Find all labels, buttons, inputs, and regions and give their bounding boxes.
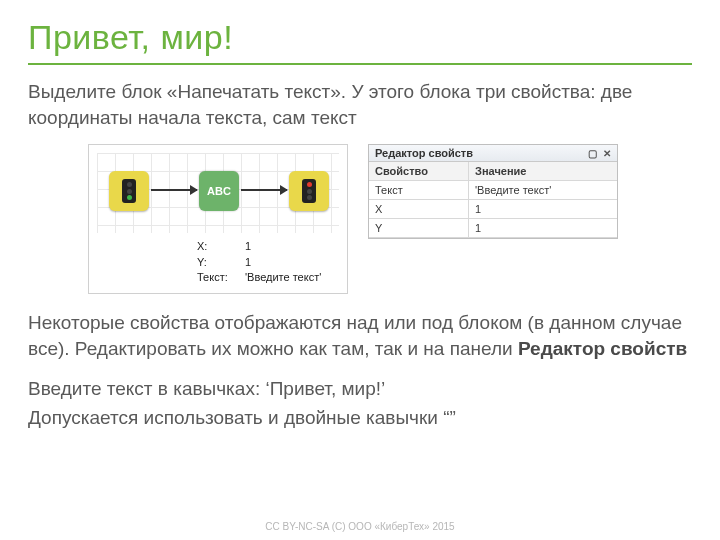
traffic-light-icon	[122, 179, 136, 203]
prop-value: 'Введите текст'	[245, 270, 321, 285]
page-title: Привет, мир!	[28, 18, 692, 65]
cell-key: Y	[369, 219, 469, 237]
arrow-icon	[151, 189, 197, 191]
cell-value[interactable]: 1	[469, 200, 617, 218]
panel-title: Редактор свойств	[375, 147, 473, 159]
table-row[interactable]: Y 1	[369, 219, 617, 238]
cell-key: X	[369, 200, 469, 218]
footer-license: CC BY-NC-SA (C) ООО «КиберТех» 2015	[0, 521, 720, 532]
table-row[interactable]: Текст 'Введите текст'	[369, 181, 617, 200]
prop-value: 1	[245, 255, 251, 270]
end-block[interactable]	[289, 171, 329, 211]
block-inline-props: X:1 Y:1 Текст:'Введите текст'	[97, 239, 339, 285]
close-icon[interactable]: ✕	[603, 148, 611, 159]
body-text-bold: Редактор свойств	[518, 338, 687, 359]
cell-key: Текст	[369, 181, 469, 199]
column-header: Значение	[469, 162, 617, 180]
figures-row: ABC X:1 Y:1 Текст:'Введите текст' Редакт…	[88, 144, 692, 294]
prop-value: 1	[245, 239, 251, 254]
intro-text: Выделите блок «Напечатать текст». У этог…	[28, 79, 692, 130]
undock-icon[interactable]: ▢	[588, 148, 597, 159]
table-row[interactable]: X 1	[369, 200, 617, 219]
instruction-line: Введите текст в кавычках: ‘Привет, мир!’	[28, 376, 692, 402]
start-block[interactable]	[109, 171, 149, 211]
traffic-light-icon	[302, 179, 316, 203]
arrow-icon	[241, 189, 287, 191]
print-text-block[interactable]: ABC	[199, 171, 239, 211]
prop-label: X:	[197, 239, 239, 254]
cell-value[interactable]: 'Введите текст'	[469, 181, 617, 199]
property-editor-panel: Редактор свойств ▢ ✕ Свойство Значение Т…	[368, 144, 618, 239]
diagram-canvas: ABC	[97, 153, 339, 233]
column-header: Свойство	[369, 162, 469, 180]
block-diagram: ABC X:1 Y:1 Текст:'Введите текст'	[88, 144, 348, 294]
prop-label: Текст:	[197, 270, 239, 285]
body-text: Некоторые свойства отображаются над или …	[28, 310, 692, 361]
prop-label: Y:	[197, 255, 239, 270]
instruction-line: Допускается использовать и двойные кавыч…	[28, 405, 692, 431]
cell-value[interactable]: 1	[469, 219, 617, 237]
